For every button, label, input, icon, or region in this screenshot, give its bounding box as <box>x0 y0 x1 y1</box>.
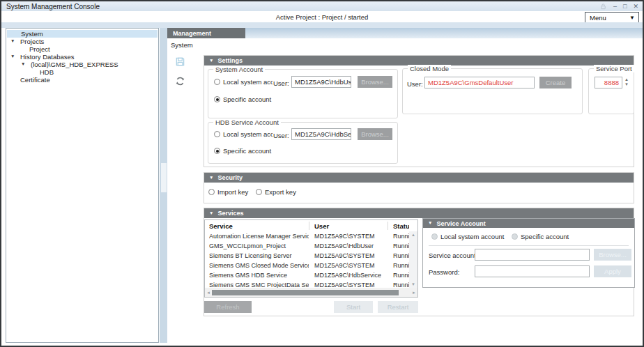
service-account-field-label: Service account: <box>429 252 477 259</box>
service-port-legend: Service Port <box>594 65 634 72</box>
column-separator[interactable] <box>388 222 388 230</box>
active-project-bar: Active Project : Project / started <box>1 11 643 22</box>
window-controls: – □ ✕ <box>599 1 638 11</box>
sidebar-item-gms-hdb-express[interactable]: ▼ (local)\GMS_HDB_EXPRESS <box>7 61 158 68</box>
hdb-service-account-group: HDB Service Account Local system account… <box>208 122 398 164</box>
sidebar-item-system[interactable]: System <box>7 30 158 38</box>
collapse-icon[interactable]: ▼ <box>209 176 213 180</box>
save-icon[interactable] <box>175 56 186 68</box>
services-vertical-scrollbar[interactable]: ▲ ▼ <box>409 231 417 288</box>
specific-account-label: Specific account <box>223 95 271 103</box>
tab-management[interactable]: Management <box>167 28 245 38</box>
security-section-header[interactable]: ▼ Security <box>204 173 634 183</box>
create-button[interactable]: Create <box>539 77 572 88</box>
collapse-icon[interactable]: ▼ <box>209 211 213 216</box>
closed-mode-user-input[interactable]: MD1Z5A9C\GmsDefaultUser <box>424 77 535 88</box>
export-key-label: Export key <box>265 188 296 196</box>
panel-specific-account-label: Specific account <box>521 233 569 240</box>
table-row[interactable]: GMS_WCCILpmon_Project MD1Z5A9C\HdbUser R… <box>205 241 409 251</box>
sidebar-item-history-databases[interactable]: ▼ History Databases <box>7 53 158 61</box>
horizontal-scrollbar-thumb[interactable] <box>212 290 399 295</box>
service-port-input[interactable]: 8888 <box>595 77 622 88</box>
settings-section-title: Settings <box>217 57 243 64</box>
restart-button[interactable]: Restart <box>378 301 418 313</box>
tree-scrollbar-thumb[interactable] <box>161 163 167 192</box>
system-account-user-input[interactable]: MD1Z5A9C\HdbUser <box>291 76 351 88</box>
tree-scrollbar[interactable] <box>160 28 167 343</box>
service-account-input[interactable] <box>475 249 590 261</box>
export-key-radio[interactable] <box>256 189 262 195</box>
services-table: Service User Status Automation License M… <box>204 219 418 298</box>
system-account-browse-button[interactable]: Browse... <box>358 76 392 88</box>
table-row[interactable]: Siemens BT Licensing Server MD1Z5A9C\SYS… <box>205 251 409 261</box>
services-section-header[interactable]: ▼ Services <box>204 208 634 218</box>
hdb-local-system-account-radio[interactable] <box>214 131 220 137</box>
panel-browse-button[interactable]: Browse... <box>594 249 631 261</box>
hdb-specific-account-radio[interactable] <box>214 148 220 154</box>
app-window: System Management Console – □ ✕ Active P… <box>0 0 644 347</box>
divider <box>429 245 629 246</box>
table-row[interactable]: Siemens GMS HDB Service MD1Z5A9C\HdbServ… <box>205 270 409 280</box>
services-section-title: Services <box>217 210 243 217</box>
column-header-service[interactable]: Service <box>209 222 307 230</box>
hdb-specific-account-label: Specific account <box>223 147 271 155</box>
specific-account-radio[interactable] <box>214 96 220 102</box>
scroll-right-icon[interactable]: ► <box>411 291 417 295</box>
expander-icon[interactable]: ▼ <box>10 54 15 59</box>
close-icon[interactable]: ✕ <box>633 3 638 10</box>
minimize-icon[interactable]: – <box>613 3 617 10</box>
refresh-button[interactable]: Refresh <box>204 301 252 313</box>
scroll-up-icon[interactable]: ▲ <box>411 233 415 237</box>
local-system-account-radio[interactable] <box>214 79 220 85</box>
sidebar-item-project[interactable]: Project <box>7 45 158 53</box>
import-key-radio[interactable] <box>208 189 215 195</box>
hdb-user-input[interactable]: MD1Z5A9C\HdbServic <box>291 128 351 140</box>
apply-button[interactable]: Apply <box>594 265 631 277</box>
collapse-icon[interactable]: ▼ <box>209 59 213 63</box>
settings-section-header[interactable]: ▼ Settings <box>204 56 634 65</box>
settings-section: ▼ Settings System Account Local system a… <box>204 55 634 167</box>
spinner-up-icon[interactable]: ▲ <box>624 77 629 82</box>
chevron-down-icon: ▼ <box>629 15 638 21</box>
scroll-left-icon[interactable]: ◄ <box>205 291 212 295</box>
sidebar-item-hdb[interactable]: HDB <box>7 68 158 76</box>
sidebar-item-projects[interactable]: ▼ Projects <box>7 38 158 45</box>
menu-label: Menu <box>585 14 629 22</box>
start-button[interactable]: Start <box>334 301 373 313</box>
service-account-panel-title: Service Account <box>436 220 485 227</box>
user-label: User: <box>273 132 289 139</box>
table-row[interactable]: Siemens GMS Closed Mode Service MD1Z5A9C… <box>205 261 409 270</box>
security-section: ▼ Security Import key Export key <box>204 172 634 203</box>
expander-icon[interactable]: ▼ <box>21 62 25 67</box>
spinner-down-icon[interactable]: ▼ <box>624 82 629 86</box>
table-row[interactable]: Automation License Manager Service MD1Z5… <box>205 231 409 241</box>
system-account-group: System Account Local system account User… <box>208 69 398 118</box>
collapse-icon[interactable]: ▼ <box>428 221 432 226</box>
menu-dropdown[interactable]: Menu ▼ <box>585 12 639 23</box>
service-port-spinner[interactable]: ▲ ▼ <box>624 77 629 86</box>
sidebar-item-certificate[interactable]: Certificate <box>7 76 158 84</box>
hdb-browse-button[interactable]: Browse... <box>358 128 392 140</box>
maximize-icon[interactable]: □ <box>623 3 627 10</box>
services-horizontal-scrollbar[interactable]: ◄ ► <box>205 288 417 297</box>
expander-icon[interactable]: ▼ <box>10 39 15 44</box>
title-bar: System Management Console – □ ✕ <box>1 1 643 11</box>
table-row[interactable]: Siemens GMS SMC ProjectData Servi MD1Z5A… <box>205 280 409 288</box>
column-header-user[interactable]: User <box>314 222 377 230</box>
window-title: System Management Console <box>1 3 100 10</box>
system-account-legend: System Account <box>213 65 265 73</box>
service-port-group: Service Port 8888 ▲ ▼ <box>588 68 634 114</box>
services-table-body: Automation License Manager Service MD1Z5… <box>205 231 409 288</box>
security-section-title: Security <box>217 174 243 181</box>
refresh-icon[interactable] <box>175 76 186 87</box>
column-separator[interactable] <box>309 222 309 230</box>
closed-mode-group: Closed Mode User: MD1Z5A9C\GmsDefaultUse… <box>402 68 583 114</box>
panel-local-system-account-radio[interactable] <box>431 233 438 240</box>
panel-specific-account-radio[interactable] <box>512 233 518 240</box>
column-header-status[interactable]: Status <box>393 222 409 230</box>
service-account-panel-header[interactable]: ▼ Service Account <box>423 219 634 228</box>
service-account-panel: ▼ Service Account Local system account S… <box>422 218 635 288</box>
password-input[interactable] <box>475 265 590 277</box>
scroll-down-icon[interactable]: ▼ <box>411 282 415 286</box>
user-label: User: <box>273 79 289 87</box>
